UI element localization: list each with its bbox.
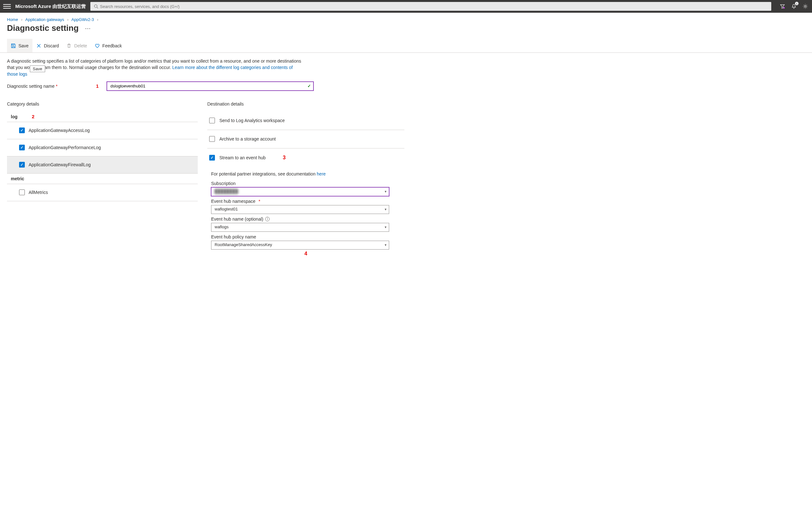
namespace-dropdown[interactable]: waflogtest01 ▾: [211, 205, 389, 214]
save-button[interactable]: Save: [7, 39, 32, 53]
destination-row[interactable]: Send to Log Analytics workspace: [207, 112, 404, 130]
menu-hamburger-icon[interactable]: [3, 2, 11, 10]
heart-icon: [95, 43, 100, 48]
annotation-marker-1: 1: [96, 83, 99, 89]
checkbox[interactable]: [209, 136, 215, 142]
feedback-button[interactable]: Feedback: [91, 39, 126, 53]
destination-label: Send to Log Analytics workspace: [219, 118, 285, 123]
notification-badge: 1: [795, 2, 799, 5]
log-category-label: ApplicationGatewayPerformanceLog: [29, 145, 101, 150]
checkbox[interactable]: [19, 189, 25, 195]
save-label: Save: [18, 43, 29, 48]
metric-category-row[interactable]: AllMetrics: [7, 184, 198, 201]
page-title-row: Diagnostic setting ⋯: [0, 22, 812, 39]
save-tooltip: Save: [30, 66, 45, 72]
category-details-col: Category details log 2 ApplicationGatewa…: [7, 95, 198, 257]
annotation-marker-4: 4: [305, 251, 307, 256]
discard-button[interactable]: Discard: [32, 39, 63, 53]
close-icon: [36, 43, 41, 48]
hubname-label: Event hub name (optional) i: [211, 216, 404, 221]
svg-point-0: [95, 5, 97, 8]
notifications-icon[interactable]: 1: [791, 3, 797, 10]
log-category-row[interactable]: ApplicationGatewayPerformanceLog: [7, 139, 198, 156]
category-details-title: Category details: [7, 101, 198, 106]
policy-value: RootManageSharedAccessKey: [211, 241, 389, 249]
chevron-right-icon: ›: [67, 17, 68, 22]
page-title: Diagnostic setting: [7, 23, 78, 33]
destination-details-title: Destination details: [207, 101, 404, 106]
subscription-value: ████████: [211, 187, 389, 196]
checkbox[interactable]: [19, 128, 25, 133]
policy-label: Event hub policy name: [211, 234, 404, 240]
destination-row[interactable]: Stream to an event hub3: [207, 148, 404, 167]
check-icon: ✓: [307, 84, 311, 88]
svg-point-3: [804, 5, 806, 7]
annotation-marker-2: 2: [32, 114, 34, 119]
description-text: A diagnostic setting specifies a list of…: [0, 53, 311, 77]
hubname-dropdown[interactable]: waflogs ▾: [211, 223, 389, 232]
checkbox[interactable]: [19, 162, 25, 168]
topbar-right-icons: 1: [779, 3, 809, 10]
svg-line-1: [97, 7, 98, 9]
brand-title: Microsoft Azure 由世纪互联运营: [15, 3, 86, 10]
chevron-right-icon: ›: [21, 17, 22, 22]
log-category-label: ApplicationGatewayFirewallLog: [29, 162, 91, 167]
crumb-appgw[interactable]: AppGWv2-3: [72, 17, 94, 22]
breadcrumb: Home › Application gateways › AppGWv2-3 …: [0, 13, 812, 22]
setting-name-input[interactable]: [107, 82, 314, 91]
metric-category-label: AllMetrics: [29, 190, 48, 195]
chevron-right-icon: ›: [97, 17, 98, 22]
subscription-dropdown[interactable]: ████████ ▾: [211, 187, 389, 196]
global-search[interactable]: [90, 2, 771, 11]
delete-button: Delete: [63, 39, 91, 53]
search-icon: [94, 4, 98, 9]
destination-label: Archive to a storage account: [219, 137, 276, 142]
setting-name-row: Diagnostic setting name* 1 ✓: [0, 77, 812, 95]
save-icon: [11, 43, 16, 48]
subscription-label: Subscription: [211, 181, 404, 186]
namespace-label: Event hub namespace*: [211, 199, 404, 204]
crumb-app-gateways[interactable]: Application gateways: [26, 17, 64, 22]
metric-header: metric: [7, 174, 198, 184]
destination-details-col: Destination details Send to Log Analytic…: [207, 95, 404, 257]
policy-dropdown[interactable]: RootManageSharedAccessKey ▾: [211, 241, 389, 249]
log-header: log 2: [7, 112, 198, 122]
setting-name-label: Diagnostic setting name*: [7, 84, 90, 89]
feedback-label: Feedback: [102, 43, 122, 48]
filter-icon[interactable]: [779, 3, 786, 10]
destination-row[interactable]: Archive to a storage account: [207, 130, 404, 148]
global-search-input[interactable]: [100, 4, 768, 9]
info-icon[interactable]: i: [265, 217, 270, 221]
partner-hint-link[interactable]: here: [317, 171, 325, 176]
more-actions-icon[interactable]: ⋯: [85, 25, 91, 32]
trash-icon: [67, 43, 72, 48]
command-bar: Save Discard Delete Feedback: [0, 39, 812, 53]
namespace-value: waflogtest01: [211, 205, 389, 214]
svg-point-2: [783, 7, 785, 9]
checkbox[interactable]: [19, 145, 25, 151]
destination-label: Stream to an event hub: [219, 155, 266, 160]
log-category-row[interactable]: ApplicationGatewayAccessLog: [7, 122, 198, 139]
partner-hint: For potential partner integrations, see …: [207, 167, 404, 178]
checkbox[interactable]: [209, 118, 215, 123]
delete-label: Delete: [74, 43, 87, 48]
log-category-row[interactable]: ApplicationGatewayFirewallLog: [7, 156, 198, 174]
hubname-value: waflogs: [211, 223, 389, 232]
log-category-label: ApplicationGatewayAccessLog: [29, 128, 90, 133]
crumb-home[interactable]: Home: [7, 17, 18, 22]
checkbox[interactable]: [209, 155, 215, 160]
settings-gear-icon[interactable]: [802, 3, 809, 10]
top-bar: Microsoft Azure 由世纪互联运营 1: [0, 0, 812, 13]
annotation-marker-3: 3: [283, 155, 286, 160]
discard-label: Discard: [44, 43, 59, 48]
